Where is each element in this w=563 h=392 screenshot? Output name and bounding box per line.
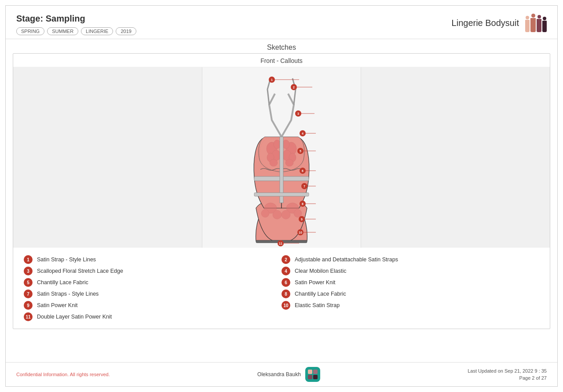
svg-point-8 bbox=[282, 140, 289, 149]
footer: Confidential Information. All rights res… bbox=[6, 362, 557, 386]
svg-point-14 bbox=[273, 210, 282, 219]
legend-num-5: 5 bbox=[24, 278, 33, 287]
sketch-card-title: Front - Callouts bbox=[13, 54, 550, 67]
legend-item-1: 1Satin Strap - Style Lines bbox=[24, 254, 282, 265]
svg-rect-54 bbox=[313, 370, 318, 374]
legend-label-9: Satin Power Knit bbox=[37, 302, 77, 308]
avatar-fig-2 bbox=[530, 14, 536, 32]
legend-label-3: Scalloped Floral Stretch Lace Edge bbox=[37, 268, 123, 274]
section-heading: Sketches bbox=[6, 39, 557, 53]
legend-item-7: 7Satin Straps - Style Lines bbox=[24, 288, 282, 300]
avatar-fig-1 bbox=[525, 16, 530, 32]
confidential-text: Confidential Information. bbox=[16, 372, 70, 377]
svg-text:4: 4 bbox=[302, 132, 303, 135]
svg-text:10: 10 bbox=[299, 231, 302, 234]
product-title: Lingerie Bodysuit bbox=[452, 18, 519, 28]
bodysuit-illustration: 1 2 3 4 bbox=[207, 72, 356, 248]
legend-label-10: Elastic Satin Strap bbox=[295, 302, 340, 308]
stage-label: Stage: bbox=[16, 14, 46, 23]
tag-spring[interactable]: SPRING bbox=[16, 27, 44, 35]
sketch-panel-left bbox=[13, 67, 202, 248]
svg-text:1: 1 bbox=[271, 78, 273, 81]
svg-point-3 bbox=[274, 140, 281, 149]
svg-text:5: 5 bbox=[300, 150, 301, 153]
legend-item-2: 2Adjustable and Detattachable Satin Stra… bbox=[282, 254, 539, 265]
legend-item-11: 11Double Layer Satin Power Knit bbox=[24, 311, 282, 322]
avatar-group bbox=[525, 14, 547, 32]
tag-lingerie[interactable]: LINGERIE bbox=[81, 27, 113, 35]
page-number: Page 2 of 27 bbox=[468, 374, 547, 382]
main-content: Front - Callouts bbox=[6, 53, 557, 362]
footer-confidential: Confidential Information. All rights res… bbox=[16, 372, 110, 377]
legend-num-8: 8 bbox=[282, 289, 290, 298]
svg-text:9: 9 bbox=[301, 218, 303, 221]
svg-text:8: 8 bbox=[302, 202, 303, 205]
svg-text:2: 2 bbox=[293, 86, 295, 89]
svg-point-9 bbox=[285, 159, 293, 166]
sketch-panel-center: 1 2 3 4 bbox=[202, 67, 361, 248]
stage-value: Sampling bbox=[46, 14, 85, 23]
legend-item-9: 9Satin Power Knit bbox=[24, 300, 282, 311]
svg-rect-53 bbox=[308, 370, 312, 374]
footer-center: Oleksandra Baukh bbox=[257, 367, 320, 382]
svg-text:6: 6 bbox=[302, 169, 303, 172]
legend-label-2: Adjustable and Detattachable Satin Strap… bbox=[295, 256, 398, 263]
avatar-fig-4 bbox=[542, 17, 547, 32]
legend-item-6: 6Satin Power Knit bbox=[282, 277, 539, 288]
header-right: Lingerie Bodysuit bbox=[452, 14, 547, 32]
legend-num-7: 7 bbox=[24, 289, 33, 298]
tag-summer[interactable]: SUMMER bbox=[47, 27, 78, 35]
legend-label-1: Satin Strap - Style Lines bbox=[37, 256, 96, 263]
rights-text: All rights reserved. bbox=[70, 372, 110, 377]
legend-item-10: 10Elastic Satin Strap bbox=[282, 300, 539, 311]
svg-text:7: 7 bbox=[303, 185, 305, 188]
legend-label-7: Satin Straps - Style Lines bbox=[37, 291, 99, 297]
svg-rect-12 bbox=[254, 193, 309, 196]
author-name: Oleksandra Baukh bbox=[257, 371, 301, 377]
legend-num-4: 4 bbox=[282, 267, 290, 275]
legend-label-6: Satin Power Knit bbox=[295, 279, 335, 286]
sketch-card: Front - Callouts bbox=[13, 53, 550, 329]
svg-point-18 bbox=[294, 209, 302, 217]
legend-num-10: 10 bbox=[282, 301, 290, 310]
legend-item-3: 3Scalloped Floral Stretch Lace Edge bbox=[24, 265, 282, 277]
svg-point-15 bbox=[261, 209, 269, 217]
sketch-area: 1 2 3 4 bbox=[13, 67, 550, 248]
legend-num-3: 3 bbox=[24, 267, 33, 275]
legend-num-6: 6 bbox=[282, 278, 290, 287]
svg-text:3: 3 bbox=[297, 112, 299, 115]
svg-point-17 bbox=[282, 210, 290, 219]
footer-right: Last Updated on Sep 21, 2022 9 : 35 Page… bbox=[468, 367, 547, 382]
avatar-fig-3 bbox=[537, 15, 541, 32]
tag-year[interactable]: 2019 bbox=[116, 27, 136, 35]
legend-item-8: 8Chantilly Lace Fabric bbox=[282, 288, 539, 300]
page-container: Stage: Sampling SPRING SUMMER LINGERIE 2… bbox=[5, 5, 558, 387]
legend-num-11: 11 bbox=[24, 312, 33, 321]
svg-rect-55 bbox=[308, 375, 312, 379]
legend-num-2: 2 bbox=[282, 255, 290, 264]
svg-text:11: 11 bbox=[279, 242, 282, 245]
svg-rect-56 bbox=[313, 375, 318, 379]
legend-num-9: 9 bbox=[24, 301, 33, 310]
legend-item-5: 5Chantilly Lace Fabric bbox=[24, 277, 282, 288]
legend-item-4: 4Clear Mobilon Elastic bbox=[282, 265, 539, 277]
legend-label-5: Chantilly Lace Fabric bbox=[37, 279, 88, 286]
sketch-panel-right bbox=[361, 67, 550, 248]
header: Stage: Sampling SPRING SUMMER LINGERIE 2… bbox=[6, 6, 557, 39]
app-icon-svg bbox=[307, 369, 318, 380]
last-updated: Last Updated on Sep 21, 2022 9 : 35 bbox=[468, 367, 547, 375]
tags-group: SPRING SUMMER LINGERIE 2019 bbox=[16, 27, 136, 35]
legend-label-11: Double Layer Satin Power Knit bbox=[37, 314, 112, 320]
legend-label-4: Clear Mobilon Elastic bbox=[295, 268, 346, 274]
legend-label-8: Chantilly Lace Fabric bbox=[295, 291, 346, 297]
legend: 1Satin Strap - Style Lines2Adjustable an… bbox=[13, 248, 550, 329]
stage-title: Stage: Sampling bbox=[16, 14, 136, 24]
legend-num-1: 1 bbox=[24, 255, 33, 264]
svg-point-4 bbox=[270, 159, 278, 166]
app-icon[interactable] bbox=[305, 367, 320, 382]
header-left: Stage: Sampling SPRING SUMMER LINGERIE 2… bbox=[16, 14, 136, 35]
